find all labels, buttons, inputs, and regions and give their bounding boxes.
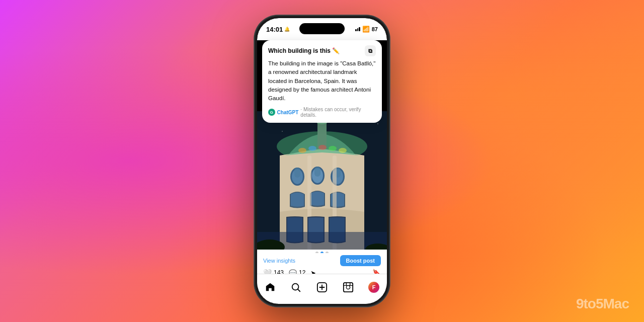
- ai-popup-answer: The building in the image is "Casa Batll…: [268, 59, 376, 103]
- ai-popup-header: Which building is this ✏️ ⧉: [268, 45, 376, 56]
- svg-rect-16: [294, 168, 300, 178]
- svg-point-39: [346, 285, 350, 289]
- post-image: [257, 111, 387, 252]
- chatgpt-label: ChatGPT: [277, 110, 299, 115]
- action-bar: View insights Boost post: [257, 253, 387, 268]
- ai-popup: Which building is this ✏️ ⧉ The building…: [262, 40, 382, 123]
- time-display: 14:01: [266, 26, 283, 33]
- ai-popup-title: Which building is this ✏️: [268, 47, 340, 54]
- nav-bar: F: [257, 274, 387, 304]
- svg-rect-19: [314, 167, 320, 177]
- watermark: 9to5Mac: [576, 296, 629, 312]
- boost-post-button[interactable]: Boost post: [340, 255, 381, 266]
- status-right: 📶 87: [355, 26, 378, 33]
- status-bar: 14:01 🔔 📶 87: [257, 18, 387, 40]
- svg-point-29: [339, 148, 347, 153]
- svg-point-26: [308, 146, 316, 151]
- nav-reels[interactable]: [343, 282, 354, 293]
- svg-rect-38: [343, 282, 352, 291]
- svg-line-34: [298, 289, 300, 291]
- dynamic-island: [299, 23, 345, 34]
- copy-button[interactable]: ⧉: [365, 45, 376, 56]
- svg-point-4: [377, 123, 378, 124]
- ai-popup-title-area: Which building is this ✏️: [268, 47, 340, 54]
- bell-icon: 🔔: [284, 27, 290, 32]
- phone-screen: 14:01 🔔 📶 87 Which building is this ✏️ ⧉…: [257, 18, 387, 304]
- nav-home[interactable]: [265, 282, 276, 293]
- ai-footer-note: · Mistakes can occur, verify details.: [300, 107, 376, 118]
- view-insights-button[interactable]: View insights: [263, 258, 295, 264]
- nav-add[interactable]: [316, 282, 328, 293]
- svg-point-5: [282, 131, 283, 132]
- svg-point-25: [298, 148, 306, 153]
- battery-percent: 87: [372, 26, 378, 32]
- signal-icon: [355, 27, 360, 31]
- ai-popup-footer: G ChatGPT · Mistakes can occur, verify d…: [268, 107, 376, 118]
- phone-frame: 14:01 🔔 📶 87 Which building is this ✏️ ⧉…: [254, 15, 390, 307]
- svg-point-27: [318, 145, 327, 150]
- nav-profile[interactable]: F: [368, 282, 379, 293]
- status-time: 14:01 🔔: [266, 26, 290, 33]
- chatgpt-logo: G: [268, 109, 275, 116]
- svg-point-28: [329, 146, 337, 151]
- nav-search[interactable]: [290, 282, 301, 293]
- wifi-icon: 📶: [362, 26, 370, 33]
- building-illustration: [257, 111, 387, 252]
